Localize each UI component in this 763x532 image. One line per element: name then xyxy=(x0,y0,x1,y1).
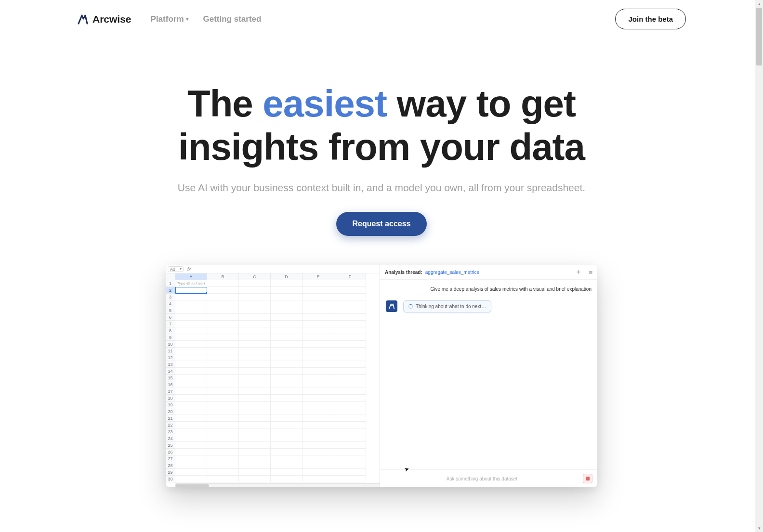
row-header[interactable]: 29 xyxy=(166,469,175,476)
sheet-cell[interactable] xyxy=(239,402,271,408)
sheet-cell[interactable] xyxy=(303,300,334,307)
sheet-cell[interactable] xyxy=(175,334,207,341)
sheet-cell[interactable] xyxy=(334,368,366,375)
row-header[interactable]: 8 xyxy=(166,327,175,334)
scrollbar-down-icon[interactable]: ▾ xyxy=(755,524,763,532)
sheet-cell[interactable] xyxy=(239,300,271,307)
row-header[interactable]: 27 xyxy=(166,455,175,462)
sheet-cell[interactable] xyxy=(239,287,271,294)
sheet-cell[interactable] xyxy=(303,428,334,435)
sheet-cell[interactable] xyxy=(271,402,303,408)
sheet-cell[interactable] xyxy=(175,395,207,402)
sheet-cell[interactable] xyxy=(334,388,366,395)
sheet-cell[interactable] xyxy=(303,348,334,354)
sheet-grid[interactable]: ABCDEF1Type @ to insert23456789101112131… xyxy=(166,273,380,482)
sheet-cell[interactable] xyxy=(271,462,303,469)
scrollbar-up-icon[interactable]: ▴ xyxy=(755,0,763,8)
sheet-cell[interactable] xyxy=(175,375,207,381)
sheet-cell[interactable] xyxy=(239,449,271,455)
sheet-cell[interactable] xyxy=(271,361,303,368)
sheet-cell[interactable] xyxy=(271,395,303,402)
sheet-cell[interactable] xyxy=(175,341,207,348)
sheet-cell[interactable] xyxy=(271,435,303,442)
nav-link-getting-started[interactable]: Getting started xyxy=(203,14,262,24)
column-header[interactable]: D xyxy=(271,273,303,280)
row-header[interactable]: 19 xyxy=(166,402,175,408)
sheet-cell[interactable] xyxy=(334,422,366,428)
sheet-cell[interactable] xyxy=(207,341,239,348)
sheet-cell[interactable] xyxy=(334,294,366,300)
sheet-cell[interactable] xyxy=(207,327,239,334)
sheet-cell[interactable] xyxy=(334,321,366,327)
column-header[interactable]: C xyxy=(239,273,271,280)
sheet-cell[interactable] xyxy=(239,388,271,395)
sheet-cell[interactable] xyxy=(207,422,239,428)
sheet-cell[interactable] xyxy=(303,442,334,449)
thread-name[interactable]: aggregate_sales_metrics xyxy=(425,270,479,275)
column-header[interactable]: E xyxy=(303,273,334,280)
sheet-cell[interactable] xyxy=(303,455,334,462)
sheet-cell[interactable] xyxy=(303,368,334,375)
sheet-cell[interactable] xyxy=(334,375,366,381)
row-header[interactable]: 6 xyxy=(166,314,175,321)
nav-link-platform[interactable]: Platform ▾ xyxy=(151,14,189,24)
sheet-cell[interactable] xyxy=(239,422,271,428)
sheet-cell[interactable] xyxy=(271,327,303,334)
sheet-cell[interactable] xyxy=(175,368,207,375)
row-header[interactable]: 21 xyxy=(166,415,175,422)
sheet-cell[interactable] xyxy=(334,408,366,415)
sheet-cell[interactable] xyxy=(334,449,366,455)
sheet-cell[interactable] xyxy=(175,408,207,415)
sheet-cell[interactable] xyxy=(207,408,239,415)
sheet-cell[interactable] xyxy=(175,287,207,294)
sheet-cell[interactable] xyxy=(207,435,239,442)
sheet-cell[interactable] xyxy=(175,442,207,449)
column-header[interactable]: F xyxy=(334,273,366,280)
sheet-cell[interactable] xyxy=(175,294,207,300)
sheet-cell[interactable] xyxy=(334,307,366,314)
row-header[interactable]: 15 xyxy=(166,375,175,381)
sheet-cell[interactable] xyxy=(271,321,303,327)
sheet-cell[interactable] xyxy=(239,381,271,388)
sheet-cell[interactable] xyxy=(239,469,271,476)
sheet-cell[interactable] xyxy=(239,375,271,381)
sheet-cell[interactable] xyxy=(303,334,334,341)
sheet-cell[interactable] xyxy=(239,334,271,341)
sheet-cell[interactable] xyxy=(303,354,334,361)
sheet-cell[interactable] xyxy=(207,415,239,422)
sheet-cell[interactable] xyxy=(271,408,303,415)
sheet-cell[interactable] xyxy=(271,381,303,388)
sheet-cell[interactable] xyxy=(271,307,303,314)
sheet-cell[interactable] xyxy=(303,341,334,348)
sheet-cell[interactable] xyxy=(303,408,334,415)
sheet-cell[interactable] xyxy=(207,469,239,476)
sheet-cell[interactable] xyxy=(207,307,239,314)
row-header[interactable]: 28 xyxy=(166,462,175,469)
sheet-cell[interactable] xyxy=(303,449,334,455)
sheet-cell[interactable] xyxy=(303,294,334,300)
sheet-cell[interactable] xyxy=(207,428,239,435)
sheet-cell[interactable] xyxy=(175,327,207,334)
sheet-cell[interactable] xyxy=(271,428,303,435)
sheet-cell[interactable] xyxy=(175,361,207,368)
sheet-cell[interactable] xyxy=(175,455,207,462)
sheet-cell[interactable] xyxy=(207,294,239,300)
sheet-cell[interactable] xyxy=(271,287,303,294)
sheet-cell[interactable] xyxy=(303,476,334,482)
row-header[interactable]: 24 xyxy=(166,435,175,442)
sheet-cell[interactable] xyxy=(303,375,334,381)
sheet-cell[interactable] xyxy=(239,307,271,314)
sheet-cell[interactable] xyxy=(175,354,207,361)
row-header[interactable]: 17 xyxy=(166,388,175,395)
sheet-cell[interactable] xyxy=(271,442,303,449)
brand-logo[interactable]: Arcwise xyxy=(77,13,132,25)
sheet-cell[interactable] xyxy=(207,381,239,388)
row-header[interactable]: 26 xyxy=(166,449,175,455)
row-header[interactable]: 14 xyxy=(166,368,175,375)
sheet-cell[interactable] xyxy=(334,402,366,408)
row-header[interactable]: 3 xyxy=(166,294,175,300)
sheet-cell[interactable] xyxy=(303,287,334,294)
sheet-cell[interactable] xyxy=(239,341,271,348)
sheet-cell[interactable] xyxy=(271,280,303,287)
row-header[interactable]: 23 xyxy=(166,428,175,435)
